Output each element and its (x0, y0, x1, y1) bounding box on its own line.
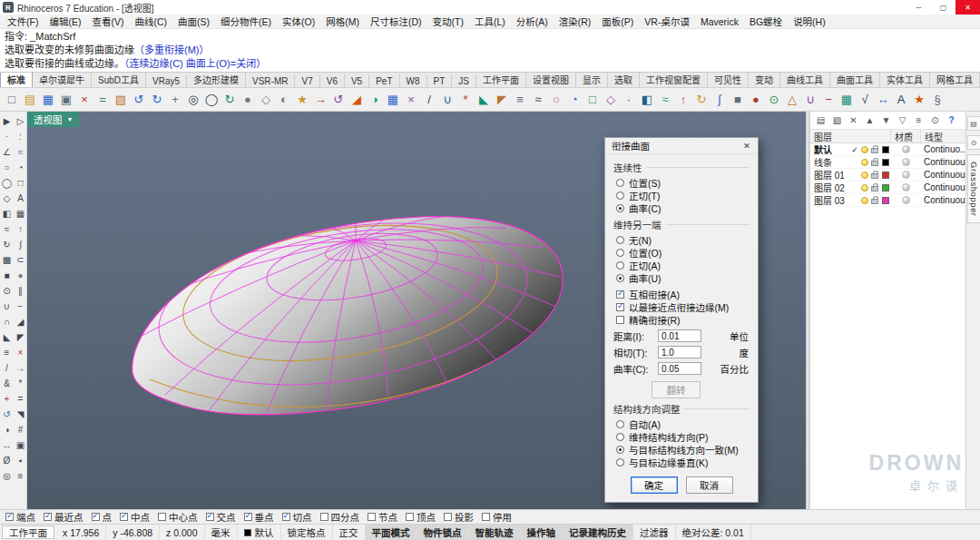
column-layer[interactable]: 图层 (810, 130, 891, 143)
layer-material-icon[interactable] (902, 196, 910, 204)
layer-visibility-bulb-icon[interactable] (861, 146, 868, 153)
column-material[interactable]: 材质 (891, 130, 921, 143)
layer-name[interactable]: 图层 02 (810, 181, 850, 194)
layer-color-swatch[interactable] (882, 197, 889, 204)
layer-row[interactable]: 图层 01Continuous (810, 169, 965, 182)
text-icon[interactable]: A (14, 191, 27, 206)
osnap-toggle[interactable]: 停用 (482, 510, 512, 524)
toolbar-tab[interactable]: 工作平面 (476, 73, 526, 87)
layer-lock-icon[interactable] (871, 173, 878, 179)
copy-icon[interactable]: = (14, 391, 27, 407)
minimize-button[interactable]: ─ (906, 0, 931, 15)
trim-icon[interactable]: × (14, 345, 27, 360)
select-icon[interactable]: ▶ (0, 113, 14, 129)
cone-icon[interactable]: △ (783, 90, 801, 109)
dimension-icon[interactable]: ↔ (874, 90, 892, 109)
control-point-curve-icon[interactable]: ≈ (14, 144, 27, 160)
loft-icon[interactable]: ≈ (656, 90, 674, 109)
menu-item[interactable]: 面板(P) (596, 15, 639, 28)
ghosted-display-icon[interactable]: ◐ (275, 90, 293, 109)
closest-point-match-checkbox[interactable]: 以最接近点衔接边缘(M) (616, 300, 750, 313)
layer-visibility-bulb-icon[interactable] (861, 172, 868, 179)
extrude-icon[interactable]: ↑ (674, 90, 692, 109)
osnap-toggle[interactable]: 四分点 (320, 510, 360, 524)
radio-option[interactable]: 正切(A) (616, 259, 750, 271)
menu-item[interactable]: 实体(O) (277, 15, 320, 28)
options-icon[interactable]: § (928, 90, 946, 109)
render-icon[interactable]: ★ (910, 90, 928, 109)
status-toggle[interactable]: 操作轴 (521, 525, 564, 540)
close-button[interactable]: ✕ (956, 0, 980, 15)
command-history[interactable]: 指令: _MatchSrf选取要改变的未修剪曲面边缘（多重衔接(M)）选取要衔接… (0, 29, 980, 73)
menu-item[interactable]: 网格(M) (320, 15, 365, 28)
toolbar-tab[interactable]: 曲面工具 (830, 73, 880, 87)
move-down-icon[interactable]: ▼ (879, 113, 893, 127)
zoom-selected-icon[interactable]: ◎ (0, 468, 14, 484)
tangency-input[interactable]: 1.0 (658, 346, 701, 358)
toolbar-tab[interactable]: 显示 (576, 73, 608, 87)
curve-icon[interactable]: ≈ (529, 90, 547, 109)
osnap-toggle[interactable]: 切点 (282, 510, 312, 524)
open-file-icon[interactable]: ▤ (21, 90, 39, 109)
layer-material-icon[interactable] (902, 145, 910, 153)
explode-icon[interactable]: * (14, 376, 27, 391)
filter-icon[interactable]: ▽ (896, 113, 909, 127)
layer-linetype[interactable]: Continuous (921, 195, 965, 205)
osnap-toggle[interactable]: 中心点 (158, 510, 198, 524)
layer-lock-icon[interactable] (871, 148, 878, 153)
ok-button[interactable]: 确定 (631, 476, 678, 494)
new-layer-icon[interactable]: ▤ (814, 113, 828, 127)
toolbar-tab[interactable]: 可见性 (708, 73, 749, 87)
layer-name[interactable]: 图层 03 (810, 193, 850, 207)
radio-option[interactable]: 与目标边缘垂直(K) (616, 456, 750, 468)
radio-option[interactable]: 与目标结构线方向一致(M) (616, 443, 750, 456)
chamfer-icon[interactable]: ◤ (14, 329, 27, 345)
undo-icon[interactable]: ↺ (130, 90, 148, 109)
status-toggle[interactable]: 锁定格点 (281, 525, 333, 540)
array-icon[interactable]: # (14, 422, 27, 437)
menu-item[interactable]: 渲染(R) (554, 15, 597, 28)
orient-icon[interactable]: ↔ (0, 437, 14, 453)
flip-button[interactable]: 翻转 (652, 381, 701, 398)
pan-view-icon[interactable]: + (166, 90, 184, 109)
osnap-toggle[interactable]: 顶点 (406, 510, 436, 524)
selection-filter-icon[interactable]: ▷ (14, 113, 27, 129)
column-linetype[interactable]: 线型 (921, 130, 966, 143)
layer-lock-icon[interactable] (871, 186, 878, 191)
status-toggle[interactable]: 物件锁点 (417, 525, 469, 540)
analyze-icon[interactable]: √ (856, 90, 874, 109)
move-icon[interactable]: + (0, 391, 14, 407)
boolean-union-icon[interactable]: ∪ (0, 299, 14, 314)
layer-visibility-bulb-icon[interactable] (861, 184, 868, 191)
status-toggle[interactable]: 记录建构历史 (563, 525, 633, 540)
layer-color-swatch[interactable] (882, 159, 889, 166)
boolean-difference-icon[interactable]: − (819, 90, 838, 109)
lock-icon[interactable]: ▪ (14, 453, 27, 468)
status-toggle[interactable]: 平面模式 (366, 525, 417, 540)
extend-icon[interactable]: → (14, 360, 27, 376)
command-option[interactable]: （多重衔接(M)） (134, 44, 210, 55)
fillet-icon[interactable]: ◣ (475, 90, 493, 109)
points-grid-icon[interactable]: : (14, 129, 27, 144)
toolbar-tab[interactable]: V7 (295, 74, 319, 87)
menu-item[interactable]: BG螺栓 (744, 15, 788, 28)
zoom-extents-icon[interactable]: ◯ (202, 90, 220, 109)
toolbar-tab[interactable]: 网格工具 (930, 73, 980, 87)
split-icon[interactable]: / (0, 360, 14, 376)
offset-icon[interactable]: ≡ (511, 90, 529, 109)
fillet-curve-icon[interactable]: ◣ (0, 329, 14, 345)
menu-item[interactable]: 编辑(E) (44, 15, 86, 28)
layer-linetype[interactable]: Continuous (921, 182, 965, 192)
radio-option[interactable]: 无(N) (616, 233, 750, 246)
points-icon[interactable]: · (620, 90, 638, 109)
status-toggle[interactable]: 正交 (333, 525, 366, 540)
layer-visibility-bulb-icon[interactable] (861, 159, 868, 166)
new-sublayer-icon[interactable]: ▧ (830, 113, 844, 127)
osnap-toggle[interactable]: 中点 (120, 510, 150, 524)
chamfer-icon[interactable]: ◤ (493, 90, 511, 109)
loft-icon[interactable]: ≈ (0, 221, 14, 237)
active-layer-indicator[interactable]: 默认 (238, 525, 281, 540)
layer-color-swatch[interactable] (882, 146, 889, 153)
osnap-toggle[interactable]: 交点 (206, 510, 236, 524)
menu-item[interactable]: 工具(L) (469, 15, 511, 28)
